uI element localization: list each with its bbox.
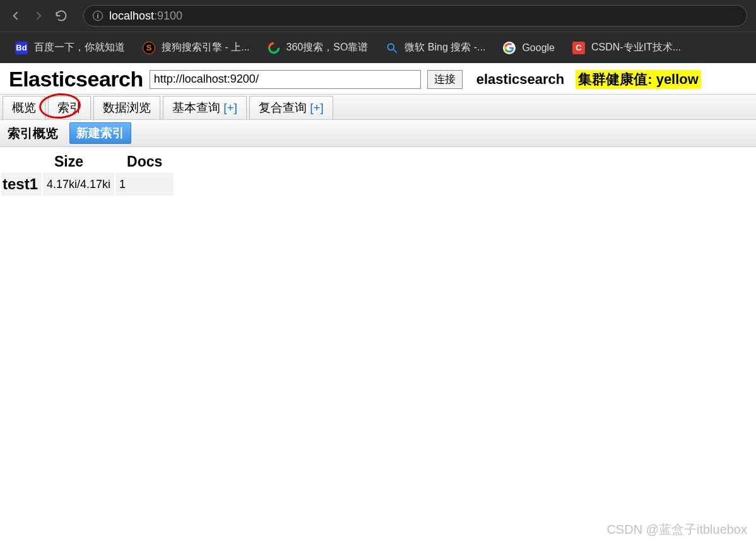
table-header-row: Size Docs xyxy=(1,152,174,172)
bookmark-bing[interactable]: 微软 Bing 搜索 -... xyxy=(386,41,485,54)
connect-url-input[interactable] xyxy=(150,70,421,89)
tab-overview[interactable]: 概览 xyxy=(3,96,45,119)
table-row[interactable]: test1 4.17ki/4.17ki 1 xyxy=(1,173,174,196)
cluster-name: elasticsearch xyxy=(476,71,564,88)
address-bar[interactable]: i localhost:9100 xyxy=(83,5,747,26)
360-icon xyxy=(268,42,280,54)
col-name xyxy=(1,152,42,172)
bookmark-label: 搜狗搜索引擎 - 上... xyxy=(162,41,250,54)
col-size: Size xyxy=(43,152,114,172)
url-host: localhost xyxy=(109,9,154,22)
forward-button[interactable] xyxy=(32,9,45,23)
subheader: 索引概览 新建索引 xyxy=(0,120,756,147)
site-info-icon[interactable]: i xyxy=(93,11,103,21)
header-row: Elasticsearch 连接 elasticsearch 集群健康值: ye… xyxy=(0,63,756,94)
col-docs: Docs xyxy=(115,152,174,172)
main-tabs: 概览 索引 数据浏览 基本查询 [+] 复合查询 [+] xyxy=(0,94,756,120)
svg-point-2 xyxy=(388,44,394,50)
bookmark-360[interactable]: 360搜索，SO靠谱 xyxy=(268,41,369,54)
csdn-icon: C xyxy=(572,42,585,54)
bookmark-label: 微软 Bing 搜索 -... xyxy=(405,41,485,54)
logo: Elasticsearch xyxy=(9,67,143,91)
browser-toolbar: i localhost:9100 xyxy=(0,0,756,32)
google-icon xyxy=(503,42,516,54)
subheader-title: 索引概览 xyxy=(8,125,58,142)
page-content: Elasticsearch 连接 elasticsearch 集群健康值: ye… xyxy=(0,63,756,197)
back-button[interactable] xyxy=(9,9,23,23)
bookmark-label: 百度一下，你就知道 xyxy=(34,41,125,54)
index-table: Size Docs test1 4.17ki/4.17ki 1 xyxy=(0,151,175,197)
index-size-cell: 4.17ki/4.17ki xyxy=(43,173,114,196)
index-docs-cell: 1 xyxy=(115,173,174,196)
reload-button[interactable] xyxy=(54,9,68,23)
bookmark-sogou[interactable]: S 搜狗搜索引擎 - 上... xyxy=(143,41,250,54)
cluster-health-badge: 集群健康值: yellow xyxy=(576,70,701,89)
new-index-button[interactable]: 新建索引 xyxy=(69,122,131,144)
tab-browser[interactable]: 数据浏览 xyxy=(93,96,160,119)
tab-structured-query[interactable]: 基本查询 [+] xyxy=(163,96,247,119)
bookmark-label: 360搜索，SO靠谱 xyxy=(286,41,369,54)
bookmark-label: CSDN-专业IT技术... xyxy=(591,41,681,54)
url-port: :9100 xyxy=(154,9,182,22)
connect-button[interactable]: 连接 xyxy=(427,70,463,89)
sogou-icon: S xyxy=(143,42,155,54)
bookmarks-bar: Bd 百度一下，你就知道 S 搜狗搜索引擎 - 上... 360搜索，SO靠谱 … xyxy=(0,32,756,63)
bookmark-label: Google xyxy=(522,42,555,54)
tab-indices[interactable]: 索引 xyxy=(48,96,91,119)
bing-icon xyxy=(386,42,398,54)
bookmark-baidu[interactable]: Bd 百度一下，你就知道 xyxy=(15,41,125,54)
bookmark-google[interactable]: Google xyxy=(503,42,555,54)
tab-any-request[interactable]: 复合查询 [+] xyxy=(249,96,333,119)
bookmark-csdn[interactable]: C CSDN-专业IT技术... xyxy=(572,41,681,54)
index-name-cell: test1 xyxy=(1,173,42,196)
baidu-icon: Bd xyxy=(15,42,28,54)
url-text: localhost:9100 xyxy=(109,9,182,23)
